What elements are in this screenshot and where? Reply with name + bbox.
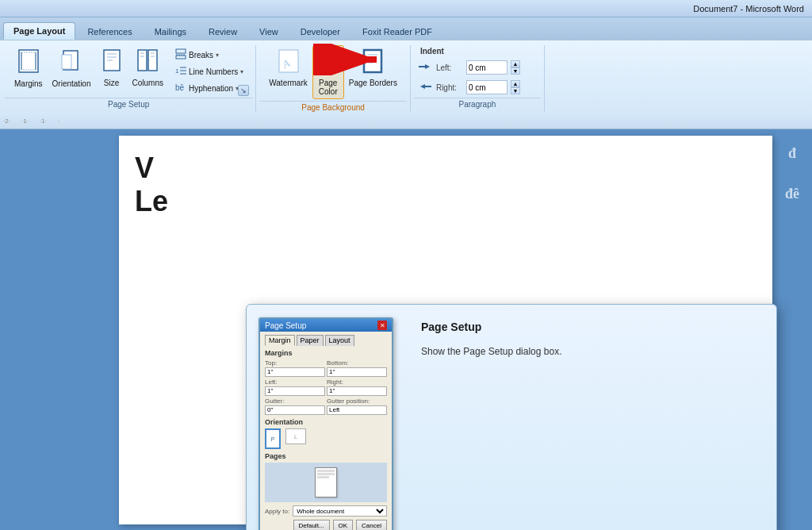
margins-button[interactable]: Margins [10, 45, 48, 91]
hyphenation-button[interactable]: bē Hyphenation ▾ [171, 80, 247, 96]
tab-view[interactable]: View [249, 22, 289, 40]
divider-2 [410, 45, 411, 112]
watermark-button[interactable]: A Watermark [264, 45, 312, 90]
indent-left-spinner[interactable]: ▲ ▼ [511, 60, 520, 75]
mini-footer: Default... OK Cancel [265, 520, 387, 530]
svg-text:bē: bē [175, 83, 185, 92]
mini-section-margins: Margins [265, 349, 387, 357]
size-button[interactable]: Size [96, 45, 128, 90]
tab-mailings[interactable]: Mailings [144, 22, 197, 40]
mini-input-top[interactable]: 1" [265, 367, 325, 377]
right-text-2: đê [772, 186, 812, 202]
line-numbers-label: Line Numbers [189, 67, 238, 76]
watermark-label: Watermark [269, 79, 308, 87]
mini-field-left: Left: 1" [265, 378, 325, 396]
mini-field-top: Top: 1" [265, 359, 325, 377]
mini-tab-margin[interactable]: Margin [265, 335, 295, 346]
mini-cancel-button[interactable]: Cancel [356, 520, 387, 530]
ribbon-tab-bar: Page Layout References Mailings Review V… [0, 17, 812, 40]
right-margin: đ đê [772, 129, 812, 530]
mini-grid-margins: Top: 1" Bottom: 1" Left: 1" Right: [265, 359, 387, 415]
mini-default-button[interactable]: Default... [293, 520, 330, 530]
page-background-group-label: Page Background [259, 101, 407, 113]
page-color-label: PageColor [319, 79, 338, 96]
margins-label: Margins [14, 79, 43, 88]
mini-page-thumb-1 [315, 467, 337, 497]
left-margin [0, 129, 119, 530]
indent-right-input[interactable]: 0 cm [466, 80, 508, 94]
mini-portrait-button[interactable]: P [265, 428, 281, 449]
page-borders-label: Page Borders [349, 79, 397, 87]
popup-image-side: Page Setup ✕ Margin Paper Layout Margins… [247, 305, 405, 530]
mini-apply-select[interactable]: Whole document [293, 505, 387, 517]
orientation-label: Orientation [52, 79, 91, 88]
size-label: Size [104, 79, 119, 87]
line-numbers-dropdown: ▾ [240, 68, 243, 75]
stacked-group: Breaks ▾ 1 Line Numbers ▾ bē Hyphenation… [171, 47, 247, 96]
indent-right-spinner[interactable]: ▲ ▼ [511, 80, 520, 94]
svg-text:1: 1 [175, 67, 179, 75]
line-numbers-icon: 1 [175, 65, 186, 79]
mini-ok-button[interactable]: OK [333, 520, 354, 530]
breaks-button[interactable]: Breaks ▾ [171, 47, 247, 63]
mini-field-right: Right: 1" [327, 378, 387, 396]
indent-right-icon [419, 82, 431, 93]
mini-landscape-button[interactable]: L [285, 428, 306, 444]
indent-left-row: Left: 0 cm ▲ ▼ [419, 59, 520, 76]
svg-rect-16 [176, 49, 186, 53]
mini-input-gutter-pos[interactable]: Left [327, 405, 387, 415]
mini-orientation-buttons: P L [265, 428, 387, 449]
svg-marker-35 [420, 84, 425, 89]
doc-text-2: Le [135, 185, 756, 218]
indent-right-row: Right: 0 cm ▲ ▼ [419, 79, 520, 96]
document-area: V Le uantrimeng đ đê Page Setup ✕ [0, 129, 812, 530]
spin-right-down[interactable]: ▼ [511, 87, 520, 94]
doc-text-1: V [135, 152, 756, 185]
tab-developer[interactable]: Developer [290, 22, 350, 40]
ruler-area: ·2· ·1· ·1· · [0, 113, 812, 129]
mini-dialog-tabs: Margin Paper Layout [265, 335, 387, 346]
tab-references[interactable]: References [77, 22, 142, 40]
popup-text-block: Page Setup Show the Page Setup dialog bo… [421, 321, 561, 359]
divider-1 [255, 45, 256, 112]
orientation-icon [60, 48, 82, 78]
tab-review[interactable]: Review [198, 22, 247, 40]
mini-field-bottom: Bottom: 1" [327, 359, 387, 377]
mini-section-orientation: Orientation [265, 418, 387, 426]
paragraph-group-label: Paragraph [414, 98, 541, 110]
ribbon-content: Margins Orientation Size Columns [0, 40, 812, 113]
spin-down[interactable]: ▼ [511, 67, 520, 75]
popup-description: Show the Page Setup dialog box. [421, 344, 561, 359]
page-setup-group-label: Page Setup [5, 98, 252, 110]
columns-button[interactable]: Columns [128, 45, 168, 90]
breaks-dropdown: ▾ [216, 52, 219, 59]
mini-input-left[interactable]: 1" [265, 386, 325, 396]
tab-page-layout[interactable]: Page Layout [3, 22, 75, 40]
mini-pages-preview [265, 463, 387, 502]
indent-left-input[interactable]: 0 cm [466, 60, 508, 75]
mini-section-pages: Pages [265, 452, 387, 460]
spin-right-up[interactable]: ▲ [511, 80, 520, 87]
orientation-button[interactable]: Orientation [48, 45, 96, 91]
mini-tab-paper[interactable]: Paper [297, 335, 324, 346]
tab-foxit[interactable]: Foxit Reader PDF [352, 22, 442, 40]
mini-dialog-close[interactable]: ✕ [377, 321, 387, 330]
margins-icon [17, 48, 40, 78]
mini-dialog-content: Margin Paper Layout Margins Top: 1" Bott… [260, 332, 392, 530]
line-numbers-button[interactable]: 1 Line Numbers ▾ [171, 63, 247, 79]
mini-input-right[interactable]: 1" [327, 386, 387, 396]
svg-rect-18 [176, 56, 186, 59]
mini-input-gutter[interactable]: 0" [265, 405, 325, 415]
mini-tab-layout[interactable]: Layout [325, 335, 354, 346]
red-arrow [309, 44, 389, 75]
breaks-icon [175, 48, 186, 62]
breaks-label: Breaks [189, 51, 213, 60]
columns-icon [137, 48, 158, 77]
indent-section-header: Indent [420, 47, 444, 56]
page-setup-launcher-button[interactable]: ↘ [238, 85, 249, 96]
group-page-setup: Margins Orientation Size Columns [5, 44, 252, 113]
watermark-icon: A [278, 48, 300, 77]
mini-input-bottom[interactable]: 1" [327, 367, 387, 377]
size-icon [102, 48, 122, 77]
spin-up[interactable]: ▲ [511, 60, 520, 67]
